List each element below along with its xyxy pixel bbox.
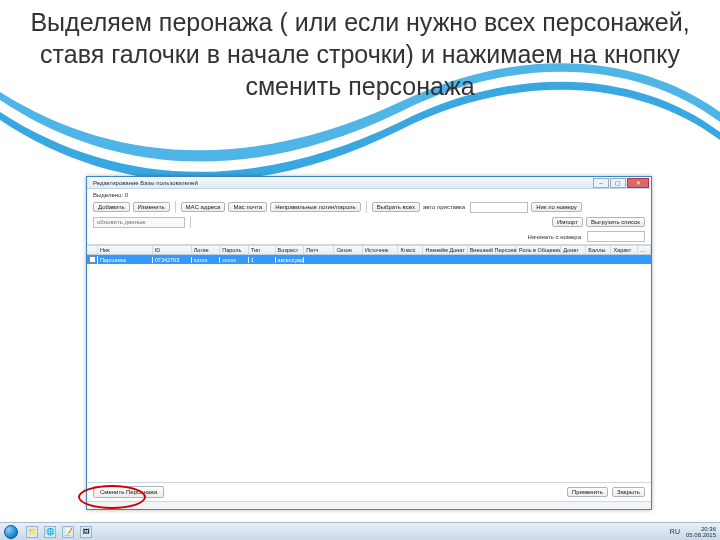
data-grid: НикIDЛогинПарольТипВозрастПатчСезонИсточ… — [87, 245, 651, 482]
column-header[interactable]: Ник — [98, 246, 153, 254]
table-cell: xxxxx — [192, 257, 221, 263]
taskbar: 📁🌐📝🖼 RU 20:36 05.08.2015 — [0, 522, 720, 540]
status-bar — [87, 501, 651, 509]
column-header[interactable]: Источник — [363, 246, 399, 254]
import-button[interactable]: Импорт — [552, 217, 583, 227]
column-header[interactable]: Баллы — [586, 246, 611, 254]
start-orb[interactable] — [4, 525, 18, 539]
taskbar-icons: 📁🌐📝🖼 — [26, 526, 92, 538]
column-header[interactable]: Никнейм Донат — [423, 246, 467, 254]
toolbar: Выделено: 0 Добавить Изменить MAC адреса… — [87, 189, 651, 245]
close-window-button[interactable]: Закрыть — [612, 487, 645, 497]
grid-body[interactable]: Персонаж07342793xxxxxxxxxx1аксессуар 1 (… — [87, 255, 651, 482]
titlebar: Редактирование Базы пользователей – ▢ ✕ — [87, 177, 651, 189]
column-header[interactable]: Внешний Персонаж — [468, 246, 517, 254]
column-header[interactable]: Роль в Общении — [517, 246, 561, 254]
start-number-input[interactable] — [587, 231, 645, 242]
edit-button[interactable]: Изменить — [133, 202, 170, 212]
table-cell: 07342793 — [153, 257, 192, 263]
select-all-button[interactable]: Выбрать всех — [372, 202, 420, 212]
column-header[interactable]: ... — [638, 246, 651, 254]
column-header[interactable]: ID — [153, 246, 192, 254]
column-header[interactable]: Класс — [398, 246, 423, 254]
clock: 20:36 05.08.2015 — [686, 526, 716, 538]
prefix-input[interactable] — [470, 202, 528, 213]
column-header[interactable] — [87, 246, 98, 254]
window-footer: Сменить Персонажа Применить Закрыть — [87, 482, 651, 501]
auto-prefix-label: авто приставка — [423, 204, 467, 210]
start-number-label: Начинать с номера — [527, 234, 583, 240]
column-header[interactable]: Патч — [304, 246, 334, 254]
app-window: Редактирование Базы пользователей – ▢ ✕ … — [86, 176, 652, 510]
taskbar-icon[interactable]: 📁 — [26, 526, 38, 538]
window-title: Редактирование Базы пользователей — [93, 180, 198, 186]
wrong-login-button[interactable]: Неправильные логин/пароль — [270, 202, 361, 212]
clock-date: 05.08.2015 — [686, 532, 716, 538]
grid-header: НикIDЛогинПарольТипВозрастПатчСезонИсточ… — [87, 246, 651, 255]
nick-by-number-button[interactable]: Ник по номеру — [531, 202, 582, 212]
change-character-button[interactable]: Сменить Персонажа — [93, 486, 164, 498]
column-header[interactable]: Логин — [192, 246, 221, 254]
selected-count-label: Выделено: 0 — [93, 192, 130, 198]
instruction-text: Выделяем перонажа ( или если нужно всех … — [0, 0, 720, 102]
update-data-field[interactable] — [93, 217, 185, 228]
mac-button[interactable]: MAC адреса — [181, 202, 226, 212]
column-header[interactable]: Тип — [249, 246, 276, 254]
mac-mail-button[interactable]: Мас почта — [228, 202, 267, 212]
export-csv-button[interactable]: Выгрузить список — [586, 217, 645, 227]
table-cell: Персонаж — [98, 257, 153, 263]
column-header[interactable]: Возраст — [276, 246, 305, 254]
row-checkbox[interactable] — [89, 256, 96, 263]
column-header[interactable]: Донат — [561, 246, 586, 254]
table-cell — [87, 256, 98, 264]
taskbar-icon[interactable]: 🖼 — [80, 526, 92, 538]
table-row[interactable]: Персонаж07342793xxxxxxxxxx1аксессуар 1 (… — [87, 255, 651, 264]
add-button[interactable]: Добавить — [93, 202, 130, 212]
table-cell: аксессуар 1 (0) — [276, 257, 305, 263]
taskbar-icon[interactable]: 📝 — [62, 526, 74, 538]
lang-indicator[interactable]: RU — [670, 528, 680, 535]
maximize-button[interactable]: ▢ — [610, 178, 626, 188]
column-header[interactable]: Сезон — [334, 246, 363, 254]
taskbar-icon[interactable]: 🌐 — [44, 526, 56, 538]
table-cell: xxxxx — [220, 257, 249, 263]
table-cell: 1 — [249, 257, 276, 263]
apply-button[interactable]: Применить — [567, 487, 608, 497]
column-header[interactable]: Характ — [611, 246, 638, 254]
minimize-button[interactable]: – — [593, 178, 609, 188]
column-header[interactable]: Пароль — [220, 246, 249, 254]
close-button[interactable]: ✕ — [627, 178, 649, 188]
